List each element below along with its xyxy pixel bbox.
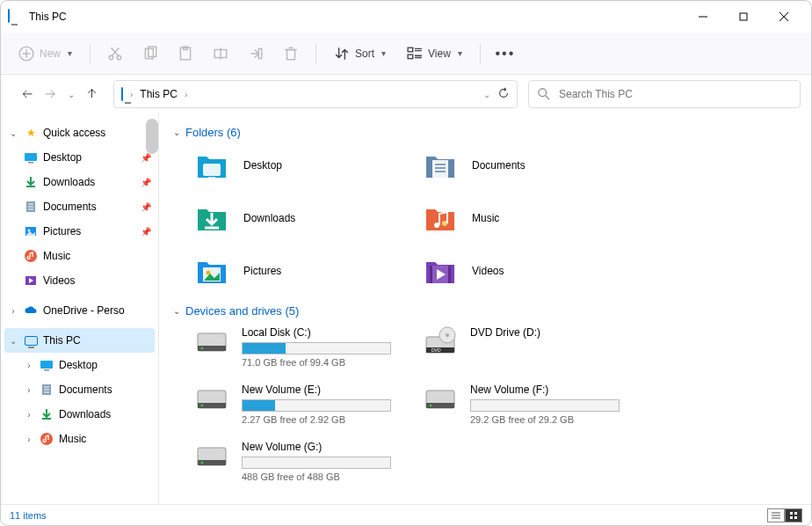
copy-button[interactable]: [134, 40, 166, 67]
svg-point-7: [109, 55, 113, 60]
drive-bar: [242, 457, 391, 469]
up-button[interactable]: 🡡: [87, 88, 98, 100]
paste-icon: [178, 46, 193, 62]
chevron-right-icon[interactable]: ›: [24, 410, 34, 420]
maximize-button[interactable]: [723, 3, 764, 31]
drive-name: Local Disk (C:): [242, 326, 414, 339]
desktop-folder-icon: [194, 148, 229, 183]
sidebar-item-music[interactable]: › Music: [1, 427, 158, 451]
chevron-right-icon[interactable]: ›: [24, 385, 34, 395]
sidebar-item-label: Downloads: [43, 176, 95, 188]
view-label: View: [428, 47, 451, 60]
more-button[interactable]: •••: [489, 40, 521, 67]
rename-button[interactable]: [205, 40, 236, 67]
delete-button[interactable]: [275, 40, 307, 67]
chevron-right-icon[interactable]: ›: [8, 306, 18, 316]
desktop-icon: [24, 150, 38, 164]
pc-icon: [24, 333, 38, 347]
folder-documents-folder[interactable]: Documents: [423, 148, 642, 183]
new-button[interactable]: New ▾: [10, 40, 81, 67]
hdd-icon: [194, 326, 229, 356]
drive-item[interactable]: New Volume (G:) 488 GB free of 488 GB: [194, 441, 414, 482]
refresh-button[interactable]: [497, 87, 510, 102]
sidebar-item-downloads[interactable]: Downloads📌: [1, 170, 158, 194]
documents-folder-icon: [423, 148, 458, 183]
sidebar-item-onedrive[interactable]: › OneDrive - Perso: [1, 298, 158, 323]
folder-pictures-folder[interactable]: Pictures: [194, 253, 414, 289]
chevron-right-icon: ›: [185, 90, 187, 99]
sidebar-item-desktop[interactable]: Desktop📌: [1, 145, 158, 170]
chevron-right-icon[interactable]: ›: [24, 435, 34, 444]
tiles-view-button[interactable]: [785, 508, 802, 522]
folder-music-folder[interactable]: Music: [423, 201, 642, 236]
back-button[interactable]: 🡠: [22, 88, 33, 100]
sidebar-item-quick-access[interactable]: ⌄ ★ Quick access: [1, 121, 158, 145]
sidebar-item-label: OneDrive - Perso: [43, 304, 125, 317]
drive-item[interactable]: New Volume (E:) 2.27 GB free of 2.92 GB: [194, 384, 414, 425]
folder-label: Pictures: [243, 265, 281, 277]
svg-rect-85: [794, 516, 797, 519]
sidebar-item-music[interactable]: Music: [1, 244, 158, 268]
chevron-down-icon[interactable]: ⌄: [8, 128, 18, 138]
folders-group-header[interactable]: ⌄ Folders (6): [173, 126, 797, 139]
paste-button[interactable]: [170, 40, 201, 67]
hdd-icon: [194, 441, 229, 471]
app-icon: [8, 10, 22, 24]
svg-point-75: [430, 405, 432, 407]
svg-point-38: [25, 250, 37, 262]
sidebar-item-pictures[interactable]: Pictures📌: [1, 219, 158, 244]
sidebar-item-desktop[interactable]: › Desktop: [1, 353, 158, 377]
sidebar-item-label: Quick access: [43, 127, 105, 139]
folder-desktop-folder[interactable]: Desktop: [194, 148, 414, 183]
scrollbar[interactable]: [146, 119, 158, 154]
cut-icon: [107, 46, 123, 62]
folder-videos-folder[interactable]: Videos: [423, 253, 642, 289]
search-box[interactable]: [528, 80, 801, 108]
titlebar: This PC: [1, 1, 811, 33]
drives-group-header[interactable]: ⌄ Devices and drives (5): [173, 304, 797, 318]
downloads-folder-icon: [194, 201, 229, 236]
folder-label: Music: [472, 212, 499, 224]
divider: [480, 43, 481, 64]
sidebar-item-label: Documents: [43, 201, 97, 213]
forward-button[interactable]: 🡢: [45, 88, 55, 100]
sort-button[interactable]: Sort ▾: [325, 40, 395, 67]
folder-downloads-folder[interactable]: Downloads: [194, 201, 414, 236]
hdd-icon: [423, 384, 458, 413]
sidebar-item-downloads[interactable]: › Downloads: [1, 402, 158, 427]
drive-free-text: 2.27 GB free of 2.92 GB: [242, 414, 414, 425]
drive-item[interactable]: New Volume (F:) 29.2 GB free of 29.2 GB: [423, 384, 642, 425]
svg-rect-61: [448, 266, 451, 283]
drive-free-text: 71.0 GB free of 99.4 GB: [242, 357, 414, 368]
minimize-button[interactable]: [683, 3, 723, 31]
dvd-icon: DVD: [423, 326, 458, 356]
address-bar[interactable]: › This PC › ⌄: [113, 80, 518, 108]
share-button[interactable]: [240, 40, 272, 67]
sidebar-item-this-pc[interactable]: ⌄ This PC: [4, 328, 155, 353]
svg-rect-49: [208, 177, 215, 179]
sidebar-item-label: Desktop: [43, 151, 82, 164]
svg-text:DVD: DVD: [431, 347, 441, 353]
chevron-down-icon[interactable]: ⌄: [8, 336, 18, 346]
drive-bar: [242, 342, 391, 354]
view-button[interactable]: View ▾: [398, 40, 471, 67]
cut-button[interactable]: [99, 40, 131, 67]
sidebar-item-label: Music: [59, 433, 86, 445]
drive-item[interactable]: DVD DVD Drive (D:): [423, 326, 642, 368]
group-label: Devices and drives (5): [185, 304, 299, 318]
pictures-folder-icon: [194, 253, 229, 289]
chevron-right-icon[interactable]: ›: [24, 361, 34, 370]
close-button[interactable]: [764, 3, 804, 31]
sidebar-item-documents[interactable]: Documents📌: [1, 194, 158, 219]
chevron-down-icon[interactable]: ⌄: [483, 90, 490, 99]
details-view-button[interactable]: [767, 508, 785, 522]
search-input[interactable]: [559, 88, 791, 100]
chevron-down-icon: ▾: [381, 48, 386, 58]
recent-locations-button[interactable]: ⌄: [68, 90, 75, 99]
drive-name: New Volume (F:): [470, 384, 642, 396]
sidebar-item-documents[interactable]: › Documents: [1, 377, 158, 402]
drive-item[interactable]: Local Disk (C:) 71.0 GB free of 99.4 GB: [194, 326, 414, 368]
item-count: 11 items: [10, 510, 47, 521]
breadcrumb[interactable]: This PC: [140, 88, 178, 100]
sidebar-item-videos[interactable]: Videos: [1, 268, 158, 293]
